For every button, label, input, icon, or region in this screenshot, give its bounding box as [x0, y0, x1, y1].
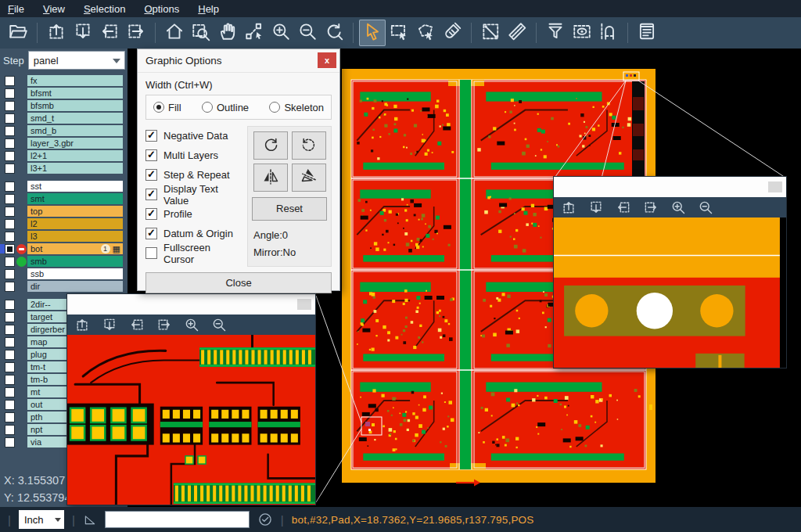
- radio-icon[interactable]: [269, 102, 280, 113]
- layer-visibility-checkbox[interactable]: [5, 387, 15, 397]
- pan-left-icon[interactable]: [616, 200, 631, 215]
- pan-right-button[interactable]: [123, 20, 149, 46]
- layer-row-l2+1[interactable]: l2+1: [0, 150, 128, 161]
- flip-horizontal-button[interactable]: [253, 164, 288, 192]
- reset-button[interactable]: Reset: [252, 197, 327, 221]
- layer-name[interactable]: bot1▦: [27, 243, 123, 254]
- width-radio-outline[interactable]: Outline: [202, 102, 249, 113]
- layer-name[interactable]: smd_b: [27, 125, 123, 136]
- pan-hand-button[interactable]: [214, 20, 241, 46]
- dialog-titlebar[interactable]: Graphic Options x: [138, 49, 339, 73]
- layer-visibility-checkbox[interactable]: [5, 164, 15, 174]
- zoom-in-icon[interactable]: [184, 317, 199, 332]
- layer-name[interactable]: smb: [27, 256, 123, 267]
- radio-icon[interactable]: [202, 102, 213, 113]
- close-icon[interactable]: x: [318, 52, 336, 68]
- report-notes-button[interactable]: [634, 20, 660, 46]
- pan-up-icon[interactable]: [561, 200, 577, 215]
- zoom-window-button[interactable]: [188, 20, 214, 46]
- checkbox-icon[interactable]: [145, 149, 157, 161]
- layer-visibility-checkbox[interactable]: [5, 325, 15, 335]
- zoom-in-button[interactable]: [268, 20, 294, 46]
- layer-visibility-checkbox[interactable]: [5, 312, 15, 322]
- angle-tool-icon[interactable]: [83, 512, 97, 527]
- layer-name[interactable]: sst: [27, 181, 123, 192]
- clean-brush-button[interactable]: [439, 20, 465, 46]
- layer-visibility-checkbox[interactable]: [5, 219, 15, 229]
- layer-row-ssb[interactable]: ssb: [0, 268, 128, 279]
- pan-right-icon[interactable]: [643, 200, 659, 215]
- select-cursor-button[interactable]: [359, 20, 386, 46]
- zoom-out-icon[interactable]: [698, 200, 713, 215]
- pan-right-icon[interactable]: [156, 317, 172, 332]
- layer-row-dir[interactable]: dir: [0, 281, 128, 292]
- layer-visibility-checkbox[interactable]: [5, 257, 15, 267]
- layer-row-bfsmt[interactable]: bfsmt: [0, 88, 128, 99]
- layer-visibility-checkbox[interactable]: [5, 337, 15, 347]
- layer-name[interactable]: bfsmt: [27, 88, 123, 99]
- layer-row-fx[interactable]: fx: [0, 75, 128, 86]
- option-display-text-value[interactable]: Display Text Value: [145, 185, 242, 204]
- layer-visibility-checkbox[interactable]: [5, 182, 15, 192]
- layer-visibility-checkbox[interactable]: [5, 437, 15, 448]
- checkbox-icon[interactable]: [145, 189, 157, 200]
- layer-name[interactable]: layer_3.gbr: [27, 138, 123, 149]
- layer-visibility-checkbox[interactable]: [5, 207, 15, 217]
- layer-visibility-checkbox[interactable]: [5, 232, 15, 242]
- select-rect-button[interactable]: [386, 20, 412, 46]
- layer-visibility-checkbox[interactable]: [5, 113, 15, 124]
- checkbox-icon[interactable]: [145, 208, 157, 220]
- width-radio-fill[interactable]: Fill: [153, 102, 181, 113]
- layer-visibility-checkbox[interactable]: [5, 244, 15, 254]
- option-step-repeat[interactable]: Step & Repeat: [145, 165, 242, 185]
- width-radio-skeleton[interactable]: Skeleton: [269, 102, 324, 113]
- zoom-out-icon[interactable]: [211, 317, 227, 332]
- magnifier-window-2[interactable]: [554, 177, 786, 368]
- menu-file[interactable]: File: [8, 3, 24, 15]
- pan-down-button[interactable]: [70, 20, 96, 46]
- layer-visibility-checkbox[interactable]: [5, 282, 15, 292]
- layer-visibility-checkbox[interactable]: [5, 375, 15, 385]
- layer-row-layer_3.gbr[interactable]: layer_3.gbr: [0, 138, 128, 149]
- zoom-in-icon[interactable]: [670, 200, 686, 215]
- snap-magnet-button[interactable]: [595, 20, 622, 46]
- layer-visibility-checkbox[interactable]: [5, 400, 15, 410]
- select-poly-button[interactable]: [412, 20, 439, 46]
- layer-name[interactable]: l3+1: [27, 163, 123, 174]
- home-view-button[interactable]: [161, 20, 188, 46]
- refresh-check-icon[interactable]: [257, 512, 273, 527]
- layer-visibility-checkbox[interactable]: [5, 126, 15, 136]
- layer-name[interactable]: smt: [27, 193, 123, 204]
- layer-visibility-checkbox[interactable]: [5, 194, 15, 204]
- option-profile[interactable]: Profile: [145, 204, 242, 224]
- checkbox-icon[interactable]: [145, 247, 157, 259]
- rotate-ccw-button[interactable]: [292, 131, 326, 160]
- layer-name[interactable]: l2+1: [27, 150, 123, 161]
- layer-visibility-checkbox[interactable]: [5, 300, 15, 310]
- option-multi-layers[interactable]: Multi Layers: [145, 146, 242, 165]
- layer-visibility-checkbox[interactable]: [5, 88, 15, 99]
- radio-icon[interactable]: [153, 102, 164, 113]
- layer-row-sst[interactable]: sst: [0, 181, 128, 192]
- checkbox-icon[interactable]: [145, 228, 157, 239]
- close-button[interactable]: Close: [145, 272, 332, 293]
- layer-visibility-checkbox[interactable]: [5, 151, 15, 161]
- layer-name[interactable]: ssb: [27, 268, 123, 279]
- measure-distance-button[interactable]: [477, 20, 504, 46]
- option-fullscreen-cursor[interactable]: Fullscreen Cursor: [145, 243, 242, 263]
- open-folder-button[interactable]: [5, 20, 31, 46]
- layer-visibility-checkbox[interactable]: [5, 76, 15, 86]
- magnifier-2-titlebar[interactable]: [554, 177, 786, 197]
- rotate-cw-button[interactable]: [253, 131, 288, 160]
- layer-visibility-checkbox[interactable]: [5, 362, 15, 372]
- layer-name[interactable]: top: [27, 206, 123, 217]
- pan-up-button[interactable]: [43, 20, 70, 46]
- status-input[interactable]: [105, 511, 250, 528]
- menu-view[interactable]: View: [43, 3, 65, 15]
- option-negative-data[interactable]: Negative Data: [145, 126, 242, 146]
- magnifier-window-1[interactable]: [67, 294, 315, 505]
- layer-row-smb[interactable]: smb: [0, 256, 128, 267]
- layer-name[interactable]: dir: [27, 281, 123, 292]
- filter-button[interactable]: [542, 20, 569, 46]
- layer-row-l3[interactable]: l3: [0, 231, 128, 242]
